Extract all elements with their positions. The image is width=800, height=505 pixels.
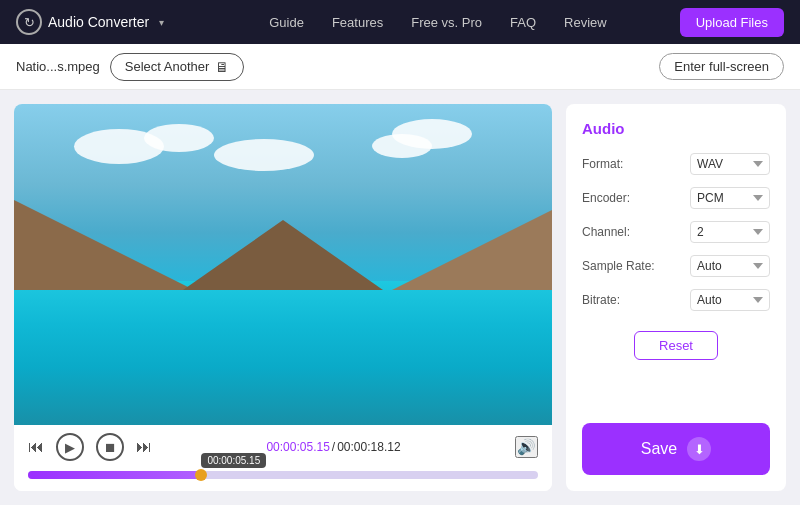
controls-bar: ⏮ ▶ ⏹ ⏭ 00:00:05.15 / 00:00:18.12 🔊 00:0… [14, 425, 552, 491]
scrubber-fill [28, 471, 201, 479]
file-name: Natio...s.mpeg [16, 59, 100, 74]
bitrate-setting-row: Bitrate: Auto128k192k256k320k [582, 289, 770, 311]
nav-free-vs-pro[interactable]: Free vs. Pro [411, 15, 482, 30]
reset-button[interactable]: Reset [634, 331, 718, 360]
top-navigation: ↻ Audio Converter ▾ Guide Features Free … [0, 0, 800, 44]
fast-forward-button[interactable]: ⏭ [136, 438, 152, 456]
bitrate-select[interactable]: Auto128k192k256k320k [690, 289, 770, 311]
playback-controls: ⏮ ▶ ⏹ ⏭ [28, 433, 152, 461]
mountain-decoration [392, 210, 552, 290]
save-icon: ⬇ [687, 437, 711, 461]
right-panel: Audio Format: WAV MP3AACFLACOGG Encoder:… [566, 104, 786, 491]
play-button[interactable]: ▶ [56, 433, 84, 461]
spacer [582, 360, 770, 423]
save-label: Save [641, 440, 677, 458]
nav-links: Guide Features Free vs. Pro FAQ Review [196, 15, 680, 30]
save-button[interactable]: Save ⬇ [582, 423, 770, 475]
controls-row: ⏮ ▶ ⏹ ⏭ 00:00:05.15 / 00:00:18.12 🔊 [28, 433, 538, 461]
encoder-label: Encoder: [582, 191, 630, 205]
scrubber-thumb[interactable] [195, 469, 207, 481]
nav-guide[interactable]: Guide [269, 15, 304, 30]
app-logo[interactable]: ↻ Audio Converter ▾ [16, 9, 164, 35]
format-select[interactable]: WAV MP3AACFLACOGG [690, 153, 770, 175]
channel-setting-row: Channel: 12Auto [582, 221, 770, 243]
water-decoration [14, 281, 552, 425]
time-display-group: 00:00:05.15 / 00:00:18.12 [266, 440, 400, 454]
total-time: 00:00:18.12 [337, 440, 400, 454]
nav-review[interactable]: Review [564, 15, 607, 30]
nav-faq[interactable]: FAQ [510, 15, 536, 30]
stop-button[interactable]: ⏹ [96, 433, 124, 461]
scrubber-track[interactable] [28, 471, 538, 479]
encoder-setting-row: Encoder: PCMADPCMMP3 [582, 187, 770, 209]
format-label: Format: [582, 157, 623, 171]
toolbar: Natio...s.mpeg Select Another 🖥 Enter fu… [0, 44, 800, 90]
mountain-decoration [14, 200, 194, 290]
volume-button[interactable]: 🔊 [515, 436, 538, 458]
sample-rate-setting-row: Sample Rate: Auto441004800096000 [582, 255, 770, 277]
cloud-decoration [214, 139, 314, 171]
time-separator: / [332, 440, 335, 454]
sample-rate-select[interactable]: Auto441004800096000 [690, 255, 770, 277]
cloud-decoration [144, 124, 214, 152]
logo-icon: ↻ [16, 9, 42, 35]
mountain-decoration [183, 220, 383, 290]
app-chevron-icon[interactable]: ▾ [159, 17, 164, 28]
rewind-button[interactable]: ⏮ [28, 438, 44, 456]
toolbar-left: Natio...s.mpeg Select Another 🖥 [16, 53, 244, 81]
video-preview [14, 104, 552, 425]
channel-label: Channel: [582, 225, 630, 239]
select-another-button[interactable]: Select Another 🖥 [110, 53, 245, 81]
nav-features[interactable]: Features [332, 15, 383, 30]
scrubber-thumb-label: 00:00:05.15 [201, 453, 266, 468]
bitrate-label: Bitrate: [582, 293, 620, 307]
fullscreen-button[interactable]: Enter full-screen [659, 53, 784, 80]
audio-section-title: Audio [582, 120, 770, 137]
select-another-label: Select Another [125, 59, 210, 74]
encoder-select[interactable]: PCMADPCMMP3 [690, 187, 770, 209]
current-time: 00:00:05.15 [266, 440, 329, 454]
upload-files-button[interactable]: Upload Files [680, 8, 784, 37]
app-title: Audio Converter [48, 14, 149, 30]
video-panel: ⏮ ▶ ⏹ ⏭ 00:00:05.15 / 00:00:18.12 🔊 00:0… [14, 104, 552, 491]
cloud-decoration [372, 134, 432, 158]
channel-select[interactable]: 12Auto [690, 221, 770, 243]
main-content: ⏮ ▶ ⏹ ⏭ 00:00:05.15 / 00:00:18.12 🔊 00:0… [0, 90, 800, 505]
scrubber-container[interactable]: 00:00:05.15 [28, 471, 538, 487]
format-setting-row: Format: WAV MP3AACFLACOGG [582, 153, 770, 175]
sample-rate-label: Sample Rate: [582, 259, 655, 273]
monitor-icon: 🖥 [215, 59, 229, 75]
